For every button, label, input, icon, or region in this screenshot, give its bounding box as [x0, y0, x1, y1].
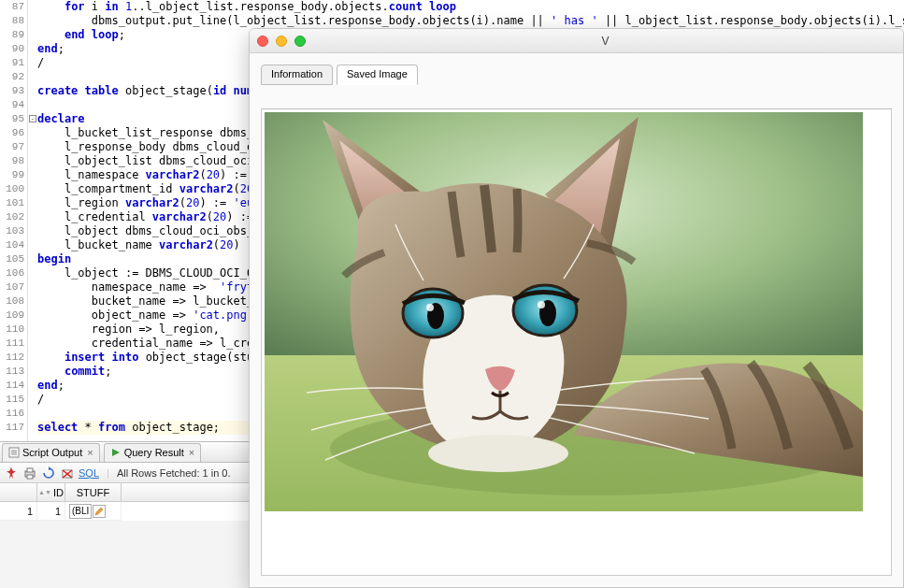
- svg-point-22: [426, 304, 434, 311]
- pencil-icon[interactable]: [93, 505, 106, 518]
- print-icon[interactable]: [22, 466, 37, 480]
- close-window-button[interactable]: [257, 36, 268, 47]
- separator: |: [107, 467, 109, 479]
- tab-script-output[interactable]: Script Output ×: [2, 443, 100, 462]
- line-number-gutter: 8788899091929394959697989910010110210310…: [0, 0, 28, 441]
- cat-image: [265, 112, 863, 511]
- fetch-status: All Rows Fetched: 1 in 0.: [117, 467, 231, 479]
- col-header-stuff-label: STUFF: [77, 487, 109, 498]
- tab-query-result[interactable]: Query Result ×: [104, 443, 202, 462]
- tab-saved-image-label: Saved Image: [347, 68, 408, 79]
- tab-saved-image[interactable]: Saved Image: [337, 65, 418, 85]
- minimize-window-button[interactable]: [276, 36, 287, 47]
- run-icon: [110, 447, 122, 458]
- col-header-id[interactable]: ▲▼ ID: [37, 483, 65, 501]
- image-viewer-window[interactable]: V Information Saved Image: [249, 28, 904, 588]
- tab-script-output-label: Script Output: [22, 447, 82, 458]
- row-number: 1: [0, 502, 37, 521]
- svg-marker-4: [112, 449, 120, 456]
- close-icon[interactable]: ×: [87, 447, 93, 458]
- cell-id[interactable]: 1: [37, 502, 65, 521]
- svg-rect-6: [27, 468, 33, 472]
- blob-value: (BLI: [69, 504, 92, 519]
- svg-point-23: [538, 301, 545, 308]
- tab-query-result-label: Query Result: [124, 447, 184, 458]
- sort-icon: ▲▼: [38, 491, 51, 495]
- tab-information-label: Information: [271, 68, 323, 79]
- window-title: V: [315, 35, 896, 48]
- viewer-body: Information Saved Image: [250, 53, 903, 587]
- close-icon[interactable]: ×: [189, 447, 194, 458]
- fold-gutter: -: [28, 0, 37, 441]
- sql-link[interactable]: SQL: [79, 467, 99, 479]
- delete-icon[interactable]: [60, 466, 75, 480]
- pin-icon[interactable]: [4, 466, 19, 480]
- col-header-stuff[interactable]: STUFF: [65, 483, 122, 501]
- tab-information[interactable]: Information: [261, 65, 333, 85]
- image-panel: [261, 109, 892, 576]
- refresh-icon[interactable]: [41, 466, 56, 480]
- col-header-id-label: ID: [53, 487, 64, 498]
- fold-toggle[interactable]: -: [29, 115, 36, 122]
- window-controls: [257, 36, 306, 47]
- script-output-icon: [8, 447, 20, 458]
- cell-stuff[interactable]: (BLI: [65, 502, 122, 521]
- svg-rect-7: [27, 475, 33, 479]
- zoom-window-button[interactable]: [294, 36, 306, 47]
- viewer-tabs: Information Saved Image: [261, 65, 892, 85]
- grid-corner: [0, 483, 37, 501]
- titlebar[interactable]: V: [250, 29, 903, 53]
- svg-point-15: [428, 435, 568, 472]
